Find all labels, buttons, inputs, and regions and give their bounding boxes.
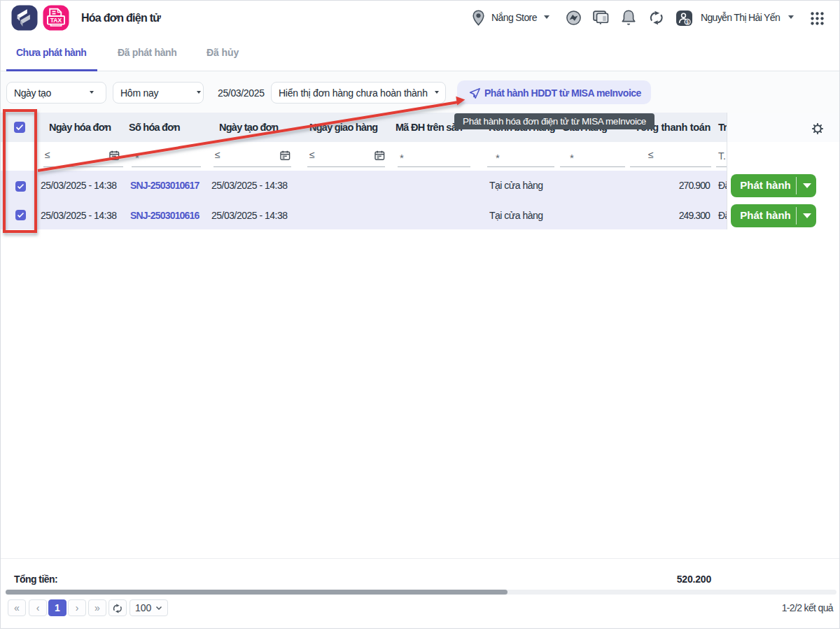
svg-text:TAX: TAX	[50, 17, 62, 24]
svg-text:$: $	[686, 20, 689, 25]
